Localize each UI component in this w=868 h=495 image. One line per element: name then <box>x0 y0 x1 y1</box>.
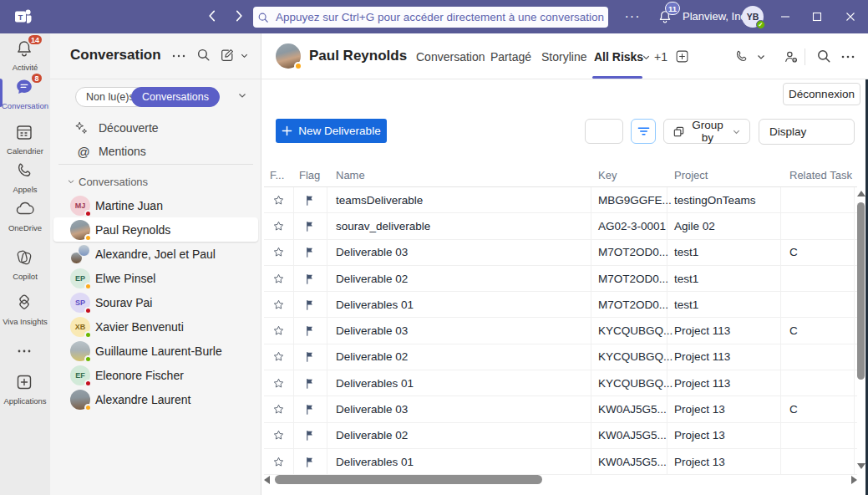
flag-icon[interactable] <box>294 266 327 291</box>
rail-item-calendar[interactable]: Calendrier <box>0 122 50 156</box>
flag-icon[interactable] <box>294 396 327 421</box>
star-icon[interactable] <box>264 449 294 474</box>
sidebar-item-discover[interactable]: Découverte <box>50 117 261 139</box>
header-more-icon[interactable] <box>840 48 857 65</box>
scroll-left-arrow-icon[interactable] <box>264 476 270 484</box>
flag-icon[interactable] <box>294 423 327 448</box>
rail-item-copilot[interactable]: Copilot <box>0 248 50 281</box>
display-button[interactable]: Display <box>759 119 855 145</box>
rail-item-calls[interactable]: Appels <box>0 161 50 194</box>
table-row[interactable]: Deliverable 02 KW0AJ5G5... Project 13 <box>264 423 857 449</box>
header-search-icon[interactable] <box>816 48 833 65</box>
star-icon[interactable] <box>264 213 294 238</box>
logout-button[interactable]: Déconnexion <box>783 83 860 105</box>
chat-item-paul-reynolds[interactable]: Paul Reynolds <box>53 217 258 242</box>
search-input[interactable]: Appuyez sur Ctrl+G pour accéder directem… <box>253 7 608 28</box>
chat-item-martine-juan[interactable]: MJ Martine Juan <box>53 193 258 217</box>
table-row[interactable]: Deliverables 01 KYCQUBGQ... Project 113 <box>264 370 857 396</box>
add-tab-icon[interactable] <box>675 49 690 64</box>
flag-icon[interactable] <box>294 449 327 474</box>
filter-conversations-pill[interactable]: Conversations <box>131 87 220 107</box>
rail-item-viva-insights[interactable]: Viva Insights <box>0 293 50 326</box>
add-people-icon[interactable] <box>783 48 799 65</box>
flag-icon[interactable] <box>294 213 327 238</box>
chat-item-alexandre-laurent[interactable]: Alexandre Laurent <box>53 387 258 411</box>
table-row[interactable]: Deliverables 01 M7OT2OD0... test1 <box>264 292 857 318</box>
tab-conversation[interactable]: Conversation <box>416 50 485 64</box>
forward-button[interactable] <box>231 8 248 25</box>
sidebar-search-icon[interactable] <box>196 48 213 64</box>
filter-text-input[interactable] <box>585 119 623 144</box>
flag-icon[interactable] <box>294 370 327 395</box>
vertical-scrollbar-thumb[interactable] <box>857 202 865 380</box>
tab-overflow[interactable]: +1 <box>654 50 667 64</box>
back-button[interactable] <box>205 8 221 25</box>
star-icon[interactable] <box>264 370 294 395</box>
filter-button[interactable] <box>631 119 656 144</box>
flag-icon[interactable] <box>294 240 327 265</box>
group-by-button[interactable]: Group by <box>663 119 750 144</box>
chat-item-sourav-pai[interactable]: SP Sourav Pai <box>53 290 258 314</box>
chat-item-eleonore-fischer[interactable]: EF Eleonore Fischer <box>53 363 258 387</box>
sidebar-more-icon[interactable] <box>171 48 188 64</box>
scroll-right-arrow-icon[interactable] <box>851 476 857 484</box>
flag-icon[interactable] <box>294 318 327 343</box>
table-row[interactable]: Deliverable 03 KYCQUBGQ... Project 113 C <box>264 318 857 344</box>
tab-partage[interactable]: Partagé <box>490 50 531 64</box>
column-header-favorite[interactable]: F... <box>264 164 294 186</box>
scroll-up-arrow-icon[interactable] <box>857 191 865 196</box>
column-header-project[interactable]: Project <box>667 164 781 186</box>
maximize-button[interactable] <box>805 7 830 27</box>
compose-chevron-icon[interactable] <box>240 51 256 68</box>
table-row[interactable]: Deliverable 03 M7OT2OD0... test1 C <box>264 240 857 266</box>
conversations-section-header[interactable]: Conversations <box>67 172 148 191</box>
flag-icon[interactable] <box>294 344 327 370</box>
table-row[interactable]: Deliverable 02 KYCQUBGQ... Project 113 <box>264 344 857 370</box>
rail-item-activity[interactable]: 14 Activité <box>0 38 50 72</box>
compose-icon[interactable] <box>220 48 236 64</box>
chat-item-group-alexandre-joel-paul[interactable]: Alexandre, Joel et Paul <box>53 242 258 266</box>
chat-item-guillaume-laurent-burle[interactable]: Guillaume Laurent-Burle <box>53 339 258 363</box>
organization-name[interactable]: Planview, Inc. <box>683 10 738 23</box>
rail-item-more-apps[interactable] <box>0 343 50 366</box>
close-button[interactable] <box>838 7 863 27</box>
sidebar-item-mentions[interactable]: @ Mentions <box>50 140 261 162</box>
chat-item-elwe-pinsel[interactable]: EP Elwe Pinsel <box>53 266 258 290</box>
user-avatar[interactable]: YB ✓ <box>742 6 764 28</box>
table-row[interactable]: Deliverables 01 KW0AJ5G5... Project 13 <box>264 449 857 475</box>
tab-storyline[interactable]: Storyline <box>541 50 586 64</box>
star-icon[interactable] <box>264 423 294 448</box>
star-icon[interactable] <box>264 344 294 370</box>
star-icon[interactable] <box>264 292 294 317</box>
scroll-down-arrow-icon[interactable] <box>857 463 865 469</box>
table-row[interactable]: sourav_deliverable AG02-3-0001 Agile 02 <box>264 213 857 239</box>
new-deliverable-button[interactable]: New Deliverable <box>276 119 387 143</box>
tab-all-risks[interactable]: All Risks <box>594 50 643 64</box>
star-icon[interactable] <box>264 396 294 421</box>
minimize-button[interactable] <box>773 7 798 27</box>
rail-item-onedrive[interactable]: OneDrive <box>0 199 50 232</box>
star-icon[interactable] <box>264 187 294 212</box>
rail-item-chat[interactable]: 8 Conversation <box>0 77 50 110</box>
column-header-key[interactable]: Key <box>591 164 667 186</box>
horizontal-scrollbar-thumb[interactable] <box>275 475 542 484</box>
call-icon[interactable] <box>733 48 750 65</box>
star-icon[interactable] <box>264 318 294 343</box>
table-row[interactable]: Deliverable 02 M7OT2OD0... test1 <box>264 266 857 292</box>
column-header-related-task[interactable]: Related Task <box>781 164 855 186</box>
horizontal-scrollbar[interactable] <box>264 475 857 486</box>
flag-icon[interactable] <box>294 292 327 317</box>
star-icon[interactable] <box>264 240 294 265</box>
flag-icon[interactable] <box>294 187 327 212</box>
column-header-flag[interactable]: Flag <box>294 164 327 186</box>
call-chevron-icon[interactable] <box>756 52 773 69</box>
conversation-avatar[interactable] <box>276 43 301 69</box>
column-header-name[interactable]: Name <box>327 164 591 186</box>
rail-item-applications[interactable]: Applications <box>0 372 50 406</box>
filters-chevron-icon[interactable] <box>237 90 247 100</box>
titlebar-more-icon[interactable]: ··· <box>623 8 642 25</box>
tab-chevron-icon[interactable] <box>642 53 651 62</box>
table-row[interactable]: teamsDeliverable MBG9GGFE... testingOnTe… <box>264 187 857 213</box>
table-row[interactable]: Deliverable 03 KW0AJ5G5... Project 13 C <box>264 396 857 422</box>
star-icon[interactable] <box>264 266 294 291</box>
